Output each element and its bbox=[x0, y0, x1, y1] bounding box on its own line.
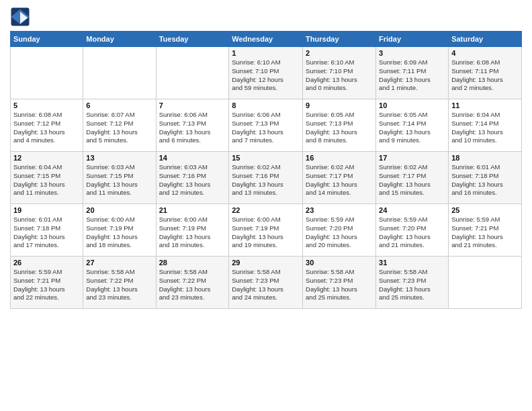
day-number: 25 bbox=[451, 206, 519, 214]
day-cell: 16Sunrise: 6:02 AM Sunset: 7:17 PM Dayli… bbox=[303, 152, 376, 204]
day-number: 8 bbox=[232, 101, 300, 109]
day-cell: 15Sunrise: 6:02 AM Sunset: 7:16 PM Dayli… bbox=[229, 152, 303, 204]
day-number: 27 bbox=[86, 259, 152, 267]
day-cell: 18Sunrise: 6:01 AM Sunset: 7:18 PM Dayli… bbox=[449, 152, 522, 204]
day-info: Sunrise: 6:00 AM Sunset: 7:19 PM Dayligh… bbox=[232, 216, 300, 250]
day-number: 6 bbox=[86, 101, 152, 109]
day-number: 18 bbox=[451, 154, 519, 162]
day-info: Sunrise: 5:59 AM Sunset: 7:21 PM Dayligh… bbox=[13, 268, 80, 302]
day-cell: 27Sunrise: 5:58 AM Sunset: 7:22 PM Dayli… bbox=[83, 257, 156, 309]
day-number: 11 bbox=[451, 101, 519, 109]
day-cell: 8Sunrise: 6:06 AM Sunset: 7:13 PM Daylig… bbox=[229, 99, 303, 152]
day-cell: 12Sunrise: 6:04 AM Sunset: 7:15 PM Dayli… bbox=[11, 152, 83, 204]
day-number: 26 bbox=[13, 259, 80, 267]
day-cell: 26Sunrise: 5:59 AM Sunset: 7:21 PM Dayli… bbox=[11, 257, 83, 309]
day-cell: 10Sunrise: 6:05 AM Sunset: 7:14 PM Dayli… bbox=[376, 99, 449, 152]
day-info: Sunrise: 6:05 AM Sunset: 7:14 PM Dayligh… bbox=[379, 111, 445, 145]
day-cell: 5Sunrise: 6:08 AM Sunset: 7:12 PM Daylig… bbox=[11, 99, 83, 152]
day-info: Sunrise: 6:10 AM Sunset: 7:10 PM Dayligh… bbox=[232, 58, 300, 93]
day-info: Sunrise: 6:09 AM Sunset: 7:11 PM Dayligh… bbox=[379, 58, 445, 93]
day-info: Sunrise: 6:02 AM Sunset: 7:16 PM Dayligh… bbox=[232, 163, 300, 197]
day-cell: 30Sunrise: 5:58 AM Sunset: 7:23 PM Dayli… bbox=[303, 257, 376, 309]
day-number: 28 bbox=[159, 259, 226, 267]
logo-icon bbox=[10, 7, 30, 27]
day-header-monday: Monday bbox=[83, 32, 156, 47]
day-info: Sunrise: 6:10 AM Sunset: 7:10 PM Dayligh… bbox=[306, 58, 373, 93]
day-info: Sunrise: 5:59 AM Sunset: 7:20 PM Dayligh… bbox=[306, 216, 373, 250]
day-cell: 1Sunrise: 6:10 AM Sunset: 7:10 PM Daylig… bbox=[229, 47, 303, 99]
day-cell: 14Sunrise: 6:03 AM Sunset: 7:16 PM Dayli… bbox=[156, 152, 229, 204]
day-cell: 4Sunrise: 6:08 AM Sunset: 7:11 PM Daylig… bbox=[449, 47, 522, 99]
day-info: Sunrise: 6:04 AM Sunset: 7:14 PM Dayligh… bbox=[451, 111, 519, 145]
day-cell: 23Sunrise: 5:59 AM Sunset: 7:20 PM Dayli… bbox=[303, 204, 376, 257]
day-cell: 22Sunrise: 6:00 AM Sunset: 7:19 PM Dayli… bbox=[229, 204, 303, 257]
day-number: 20 bbox=[86, 206, 152, 214]
day-cell: 21Sunrise: 6:00 AM Sunset: 7:19 PM Dayli… bbox=[156, 204, 229, 257]
day-number: 21 bbox=[159, 206, 226, 214]
day-number: 24 bbox=[379, 206, 445, 214]
day-cell bbox=[156, 47, 229, 99]
day-number: 3 bbox=[379, 49, 445, 57]
day-info: Sunrise: 5:58 AM Sunset: 7:23 PM Dayligh… bbox=[232, 268, 300, 302]
day-number: 31 bbox=[379, 259, 445, 267]
day-number: 22 bbox=[232, 206, 300, 214]
day-cell bbox=[83, 47, 156, 99]
day-cell: 24Sunrise: 5:59 AM Sunset: 7:20 PM Dayli… bbox=[376, 204, 449, 257]
day-info: Sunrise: 6:08 AM Sunset: 7:12 PM Dayligh… bbox=[13, 111, 80, 145]
day-info: Sunrise: 6:03 AM Sunset: 7:15 PM Dayligh… bbox=[86, 163, 152, 197]
day-number: 23 bbox=[306, 206, 373, 214]
day-cell: 2Sunrise: 6:10 AM Sunset: 7:10 PM Daylig… bbox=[303, 47, 376, 99]
day-cell: 3Sunrise: 6:09 AM Sunset: 7:11 PM Daylig… bbox=[376, 47, 449, 99]
day-number: 12 bbox=[13, 154, 80, 162]
day-header-wednesday: Wednesday bbox=[229, 32, 303, 47]
day-info: Sunrise: 6:00 AM Sunset: 7:19 PM Dayligh… bbox=[86, 216, 152, 250]
day-number: 19 bbox=[13, 206, 80, 214]
week-row-2: 5Sunrise: 6:08 AM Sunset: 7:12 PM Daylig… bbox=[11, 99, 522, 152]
day-cell: 28Sunrise: 5:58 AM Sunset: 7:22 PM Dayli… bbox=[156, 257, 229, 309]
calendar-table: SundayMondayTuesdayWednesdayThursdayFrid… bbox=[10, 31, 522, 309]
day-number: 10 bbox=[379, 101, 445, 109]
day-cell bbox=[449, 257, 522, 309]
day-cell: 11Sunrise: 6:04 AM Sunset: 7:14 PM Dayli… bbox=[449, 99, 522, 152]
week-row-3: 12Sunrise: 6:04 AM Sunset: 7:15 PM Dayli… bbox=[11, 152, 522, 204]
day-number: 1 bbox=[232, 49, 300, 57]
day-number: 9 bbox=[306, 101, 373, 109]
day-info: Sunrise: 6:05 AM Sunset: 7:13 PM Dayligh… bbox=[306, 111, 373, 145]
day-cell: 19Sunrise: 6:01 AM Sunset: 7:18 PM Dayli… bbox=[11, 204, 83, 257]
day-number: 15 bbox=[232, 154, 300, 162]
day-info: Sunrise: 6:06 AM Sunset: 7:13 PM Dayligh… bbox=[159, 111, 226, 145]
day-number: 17 bbox=[379, 154, 445, 162]
header bbox=[10, 7, 522, 27]
day-number: 30 bbox=[306, 259, 373, 267]
day-info: Sunrise: 5:58 AM Sunset: 7:23 PM Dayligh… bbox=[306, 268, 373, 302]
day-number: 5 bbox=[13, 101, 80, 109]
day-cell: 29Sunrise: 5:58 AM Sunset: 7:23 PM Dayli… bbox=[229, 257, 303, 309]
day-info: Sunrise: 5:58 AM Sunset: 7:22 PM Dayligh… bbox=[159, 268, 226, 302]
calendar-container: SundayMondayTuesdayWednesdayThursdayFrid… bbox=[0, 0, 532, 316]
day-header-saturday: Saturday bbox=[449, 32, 522, 47]
day-header-sunday: Sunday bbox=[11, 32, 83, 47]
day-cell: 9Sunrise: 6:05 AM Sunset: 7:13 PM Daylig… bbox=[303, 99, 376, 152]
day-info: Sunrise: 6:06 AM Sunset: 7:13 PM Dayligh… bbox=[232, 111, 300, 145]
day-number: 4 bbox=[451, 49, 519, 57]
day-info: Sunrise: 5:59 AM Sunset: 7:20 PM Dayligh… bbox=[379, 216, 445, 250]
day-number: 16 bbox=[306, 154, 373, 162]
day-info: Sunrise: 5:58 AM Sunset: 7:22 PM Dayligh… bbox=[86, 268, 152, 302]
day-info: Sunrise: 6:00 AM Sunset: 7:19 PM Dayligh… bbox=[159, 216, 226, 250]
day-header-thursday: Thursday bbox=[303, 32, 376, 47]
day-cell: 6Sunrise: 6:07 AM Sunset: 7:12 PM Daylig… bbox=[83, 99, 156, 152]
day-number: 2 bbox=[306, 49, 373, 57]
day-cell: 31Sunrise: 5:58 AM Sunset: 7:23 PM Dayli… bbox=[376, 257, 449, 309]
day-number: 7 bbox=[159, 101, 226, 109]
week-row-5: 26Sunrise: 5:59 AM Sunset: 7:21 PM Dayli… bbox=[11, 257, 522, 309]
day-info: Sunrise: 6:01 AM Sunset: 7:18 PM Dayligh… bbox=[13, 216, 80, 250]
day-cell: 13Sunrise: 6:03 AM Sunset: 7:15 PM Dayli… bbox=[83, 152, 156, 204]
day-info: Sunrise: 6:07 AM Sunset: 7:12 PM Dayligh… bbox=[86, 111, 152, 145]
day-info: Sunrise: 6:02 AM Sunset: 7:17 PM Dayligh… bbox=[306, 163, 373, 197]
day-info: Sunrise: 6:08 AM Sunset: 7:11 PM Dayligh… bbox=[451, 58, 519, 93]
day-number: 13 bbox=[86, 154, 152, 162]
day-info: Sunrise: 6:02 AM Sunset: 7:17 PM Dayligh… bbox=[379, 163, 445, 197]
day-header-friday: Friday bbox=[376, 32, 449, 47]
days-header-row: SundayMondayTuesdayWednesdayThursdayFrid… bbox=[11, 32, 522, 47]
week-row-4: 19Sunrise: 6:01 AM Sunset: 7:18 PM Dayli… bbox=[11, 204, 522, 257]
